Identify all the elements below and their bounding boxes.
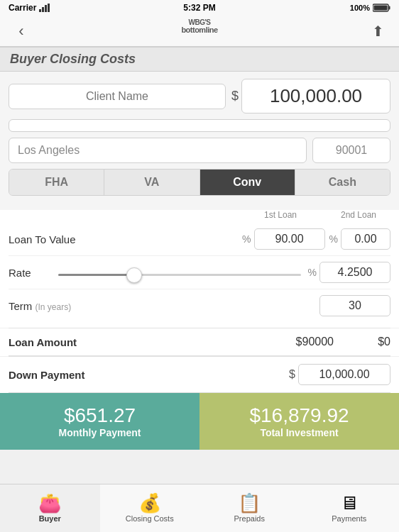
main-content: $ FHA VA Conv Cash — [0, 72, 399, 210]
down-payment-input[interactable] — [298, 364, 390, 385]
tab-prepaids[interactable]: 📋 Prepaids — [200, 484, 300, 532]
section-header-text: Buyer Closing Costs — [10, 52, 136, 66]
battery-text: 100% — [350, 4, 370, 12]
ltv-label: Loan To Value — [9, 233, 242, 245]
content-scroll: Buyer Closing Costs $ FHA VA Conv Cash — [0, 47, 399, 484]
tab-conv[interactable]: Conv — [200, 170, 295, 195]
status-time: 5:32 PM — [183, 3, 215, 13]
total-investment-result: $16,879.92 Total Investment — [200, 393, 399, 450]
down-payment-section: Down Payment $ — [0, 357, 399, 393]
status-carrier: Carrier — [9, 3, 50, 13]
term-input[interactable] — [319, 295, 390, 316]
buyer-tab-label: Buyer — [39, 514, 61, 523]
svg-rect-5 — [389, 6, 390, 10]
rate-input[interactable] — [319, 262, 390, 283]
client-name-input[interactable] — [9, 84, 226, 109]
ltv-pct1: % — [242, 233, 251, 245]
tab-payments[interactable]: 🖥 Payments — [300, 484, 400, 532]
results-row: $651.27 Monthly Payment $16,879.92 Total… — [0, 393, 399, 450]
battery-icon — [373, 4, 390, 12]
prepaids-icon: 📋 — [238, 494, 261, 512]
client-price-row: $ — [9, 79, 390, 113]
monthly-amount: $651.27 — [64, 404, 136, 427]
loan-to-value-row: Loan To Value % % — [9, 223, 390, 256]
status-right: 100% — [350, 4, 390, 12]
tab-buyer[interactable]: 👛 Buyer — [0, 484, 100, 532]
app-title: WBG'S bottomline — [181, 18, 217, 43]
signal-icon — [39, 4, 50, 12]
svg-rect-1 — [42, 7, 44, 12]
loan-amount-row: Loan Amount $90000 $0 — [9, 328, 390, 356]
tab-cash[interactable]: Cash — [295, 170, 390, 195]
buyer-icon: 👛 — [38, 494, 61, 512]
down-payment-row: Down Payment $ — [9, 357, 390, 393]
tab-fha[interactable]: FHA — [9, 170, 104, 195]
prepaids-tab-label: Prepaids — [234, 514, 265, 523]
rate-row: Rate % — [9, 256, 390, 289]
term-label: Term (In years) — [9, 300, 319, 312]
col-headers: 1st Loan 2nd Loan — [9, 210, 390, 223]
svg-rect-2 — [45, 5, 47, 12]
empty-row — [9, 119, 390, 132]
zip-input[interactable] — [312, 138, 390, 163]
ltv-input-2[interactable] — [341, 228, 390, 250]
price-wrapper: $ — [231, 79, 390, 113]
closing-costs-tab-label: Closing Costs — [126, 514, 174, 523]
tab-va[interactable]: VA — [104, 170, 200, 195]
carrier-text: Carrier — [9, 3, 36, 13]
city-input[interactable] — [9, 138, 307, 163]
loan-amount-value2: $0 — [334, 336, 390, 348]
monthly-label: Monthly Payment — [59, 427, 141, 438]
rate-pct: % — [308, 267, 317, 278]
nav-bar: ‹ WBG'S bottomline ⬆ — [0, 16, 399, 47]
payments-icon: 🖥 — [340, 494, 359, 512]
svg-rect-6 — [374, 6, 388, 11]
total-label: Total Investment — [260, 427, 338, 438]
loan-type-tabs: FHA VA Conv Cash — [9, 169, 390, 196]
loan-amount-value1: $90000 — [256, 336, 334, 348]
loan-amount-section: Loan Amount $90000 $0 — [0, 328, 399, 356]
total-amount: $16,879.92 — [249, 404, 349, 427]
svg-rect-0 — [39, 9, 41, 12]
price-input[interactable] — [241, 79, 390, 113]
down-payment-dollar: $ — [289, 368, 295, 381]
ltv-pct2: % — [329, 233, 338, 245]
svg-rect-3 — [48, 4, 50, 12]
down-payment-label: Down Payment — [9, 369, 289, 381]
term-row: Term (In years) — [9, 289, 390, 322]
tab-bar: 👛 Buyer 💰 Closing Costs 📋 Prepaids 🖥 Pay… — [0, 484, 399, 532]
section-header: Buyer Closing Costs — [0, 47, 399, 72]
tab-closing-costs[interactable]: 💰 Closing Costs — [100, 484, 200, 532]
ltv-input-1[interactable] — [254, 228, 325, 250]
closing-costs-icon: 💰 — [138, 494, 161, 512]
dollar-sign: $ — [231, 89, 239, 104]
loan-details-section: 1st Loan 2nd Loan Loan To Value % % Rate… — [0, 210, 399, 328]
location-row — [9, 138, 390, 163]
share-button[interactable]: ⬆ — [365, 23, 390, 40]
col-header-2nd-loan: 2nd Loan — [327, 210, 390, 220]
rate-slider[interactable] — [58, 274, 301, 276]
rate-slider-wrapper — [51, 266, 308, 279]
status-bar: Carrier 5:32 PM 100% — [0, 0, 399, 16]
back-button[interactable]: ‹ — [9, 22, 34, 40]
payments-tab-label: Payments — [332, 514, 366, 523]
rate-label: Rate — [9, 267, 51, 279]
loan-amount-label: Loan Amount — [9, 336, 256, 348]
monthly-payment-result: $651.27 Monthly Payment — [0, 393, 200, 450]
col-header-1st-loan: 1st Loan — [234, 210, 327, 220]
